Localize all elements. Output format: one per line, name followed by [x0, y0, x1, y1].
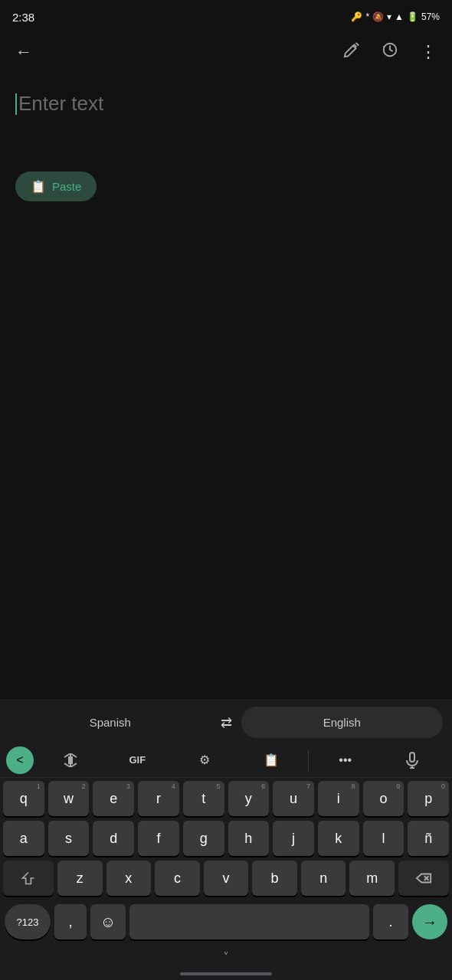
key-s[interactable]: s — [48, 821, 90, 856]
edit-icon[interactable] — [340, 38, 363, 66]
space-key[interactable] — [129, 904, 369, 939]
clipboard-button[interactable]: 📋 — [238, 746, 306, 774]
lang-switch-arrow[interactable]: ⇄ — [211, 714, 241, 731]
text-input-area[interactable]: Enter text — [0, 74, 452, 165]
status-time: 2:38 — [12, 11, 34, 24]
emoji-icon: ☺ — [100, 913, 116, 931]
dismiss-chevron[interactable]: ˅ — [223, 950, 229, 965]
gif-button[interactable]: GIF — [104, 746, 172, 774]
more-tools-button[interactable]: ••• — [312, 746, 379, 774]
num-sym-key[interactable]: ?123 — [5, 904, 51, 939]
enter-icon: → — [422, 913, 437, 931]
top-toolbar: ← ⋮ — [0, 31, 452, 74]
key-w[interactable]: w2 — [48, 781, 90, 816]
more-options-icon[interactable]: ⋮ — [417, 39, 440, 65]
key-i[interactable]: i8 — [318, 781, 359, 816]
text-cursor — [15, 93, 17, 115]
paste-label: Paste — [52, 180, 81, 193]
clipboard-kb-icon: 📋 — [264, 753, 279, 767]
key-row-2: a s d f g h j k l ñ — [3, 821, 449, 856]
key-r[interactable]: r4 — [138, 781, 179, 816]
history-icon[interactable] — [378, 38, 401, 66]
key-row-1: q1 w2 e3 r4 t5 y6 u7 i8 o9 p0 — [3, 781, 449, 816]
wifi-icon: ▾ — [387, 11, 391, 22]
language-switcher: Spanish ⇄ English — [0, 699, 452, 743]
status-icons: 🔑 * 🔕 ▾ ▲ 🔋 57% — [351, 11, 440, 22]
toolbar-divider — [308, 750, 309, 771]
home-indicator — [0, 969, 452, 980]
key-q[interactable]: q1 — [3, 781, 44, 816]
key-f[interactable]: f — [138, 821, 179, 856]
key-v[interactable]: v — [204, 861, 249, 896]
key-rows: q1 w2 e3 r4 t5 y6 u7 i8 o9 p0 a s d f g … — [0, 778, 452, 896]
enter-key[interactable]: → — [412, 904, 447, 939]
key-m[interactable]: m — [349, 861, 395, 896]
key-p[interactable]: p0 — [408, 781, 449, 816]
back-button[interactable]: ← — [12, 39, 35, 65]
bottom-key-row: ?123 , ☺ . → — [0, 900, 452, 945]
vpn-icon: 🔑 — [351, 11, 362, 22]
placeholder-text: Enter text — [18, 92, 103, 115]
svg-rect-5 — [410, 753, 414, 762]
delete-key[interactable] — [398, 861, 449, 896]
gif-label: GIF — [129, 754, 146, 766]
key-enye[interactable]: ñ — [408, 821, 449, 856]
emoji-key[interactable]: ☺ — [90, 904, 126, 939]
kb-back-icon: < — [16, 753, 23, 767]
home-bar — [180, 972, 272, 975]
battery-percent: 57% — [421, 11, 440, 22]
key-c[interactable]: c — [155, 861, 200, 896]
microphone-button[interactable] — [379, 746, 447, 774]
key-u[interactable]: u7 — [273, 781, 314, 816]
key-a[interactable]: a — [3, 821, 44, 856]
english-lang-btn[interactable]: English — [241, 707, 444, 738]
kb-back-button[interactable]: < — [6, 746, 34, 774]
paste-button[interactable]: 📋 Paste — [15, 172, 97, 201]
key-e[interactable]: e3 — [93, 781, 134, 816]
key-l[interactable]: l — [363, 821, 405, 856]
dismiss-bar: ˅ — [0, 945, 452, 969]
key-x[interactable]: x — [106, 861, 152, 896]
battery-icon: 🔋 — [407, 11, 418, 22]
keyboard-area: Spanish ⇄ English < GIF ⚙ 📋 ••• — [0, 699, 452, 980]
key-o[interactable]: o9 — [363, 781, 405, 816]
svg-line-0 — [356, 43, 359, 46]
key-z[interactable]: z — [57, 861, 103, 896]
key-k[interactable]: k — [318, 821, 359, 856]
key-b[interactable]: b — [252, 861, 297, 896]
cursor-move-button[interactable] — [37, 746, 104, 774]
key-y[interactable]: y6 — [228, 781, 270, 816]
key-j[interactable]: j — [273, 821, 314, 856]
settings-button[interactable]: ⚙ — [171, 746, 238, 774]
status-bar: 2:38 🔑 * 🔕 ▾ ▲ 🔋 57% — [0, 0, 452, 31]
key-row-3: z x c v b n m — [3, 861, 449, 896]
key-g[interactable]: g — [183, 821, 224, 856]
key-d[interactable]: d — [93, 821, 134, 856]
keyboard-toolbar: < GIF ⚙ 📋 ••• — [0, 743, 452, 778]
bluetooth-icon: * — [365, 11, 369, 22]
key-h[interactable]: h — [228, 821, 270, 856]
period-key[interactable]: . — [373, 904, 408, 939]
key-n[interactable]: n — [301, 861, 346, 896]
clipboard-icon: 📋 — [31, 179, 46, 194]
more-dots-icon: ••• — [339, 753, 352, 767]
signal-icon: ▲ — [395, 11, 404, 22]
spanish-lang-btn[interactable]: Spanish — [9, 707, 211, 738]
shift-key[interactable] — [3, 861, 54, 896]
comma-key[interactable]: , — [54, 904, 87, 939]
settings-icon: ⚙ — [199, 753, 210, 767]
mute-icon: 🔕 — [372, 11, 384, 22]
key-t[interactable]: t5 — [183, 781, 224, 816]
